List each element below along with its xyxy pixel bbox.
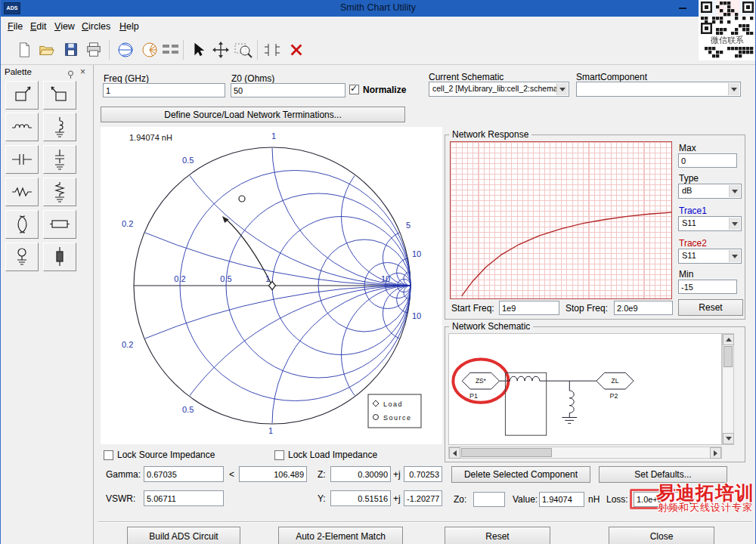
palette-item-series-capacitor[interactable] <box>5 145 39 174</box>
menu-help[interactable]: Help <box>116 20 142 33</box>
chevron-down-icon[interactable] <box>728 83 739 95</box>
pan-move-button[interactable] <box>210 39 231 60</box>
delete-selected-component-button[interactable]: Delete Selected Component <box>451 466 590 483</box>
menu-file[interactable]: File <box>5 20 26 33</box>
source-marker[interactable] <box>239 196 245 202</box>
chevron-down-icon[interactable] <box>729 218 740 230</box>
vswr-label: VSWR: <box>106 493 135 504</box>
series-resistor-icon <box>10 181 34 203</box>
smith-chart-canvas[interactable]: 1.94074 nH 1 0.5 0.2 5 10 10 0.2 0.5 1 0… <box>101 127 442 444</box>
scroll-down-button[interactable] <box>723 433 734 444</box>
via-short-icon <box>48 246 72 268</box>
series-inductor-symbol[interactable] <box>510 376 539 381</box>
z-imag-field[interactable] <box>404 466 442 482</box>
y-real-field[interactable] <box>330 490 391 506</box>
schematic-canvas[interactable]: ZS* P1 ZL P2 <box>448 333 722 445</box>
minimize-button[interactable] <box>671 0 694 16</box>
response-reset-button[interactable]: Reset <box>678 299 743 316</box>
delete-x-icon <box>288 42 305 58</box>
palette-item-coupled-line[interactable] <box>5 210 39 239</box>
scroll-up-button[interactable] <box>723 334 734 345</box>
zo-input[interactable] <box>473 492 505 507</box>
load-port-ref: P2 <box>610 392 618 400</box>
type-select[interactable]: dB <box>678 184 742 199</box>
palette-item-series-resistor[interactable] <box>5 178 39 206</box>
palette-item-network-output[interactable] <box>43 81 76 110</box>
chevron-down-icon[interactable] <box>556 83 568 95</box>
type-label: Type <box>679 173 699 184</box>
response-plot <box>450 141 672 299</box>
palette-item-series-inductor[interactable] <box>5 113 39 141</box>
smith-label: 0.2 <box>122 340 133 349</box>
save-button[interactable] <box>60 39 82 60</box>
palette-item-shunt-inductor[interactable] <box>43 113 76 141</box>
z0-input[interactable] <box>231 83 345 97</box>
gamma-mag-field[interactable] <box>144 466 224 482</box>
vswr-field[interactable] <box>144 490 224 506</box>
smith-label: 1 <box>265 274 270 283</box>
value-input[interactable] <box>539 492 584 507</box>
stop-freq-input[interactable] <box>614 301 673 315</box>
shunt-resistor-icon <box>48 181 72 203</box>
zoom-area-button[interactable] <box>233 39 254 60</box>
menu-edit[interactable]: Edit <box>27 20 50 33</box>
build-ads-circuit-button[interactable]: Build ADS Circuit <box>127 527 240 544</box>
window-title: Smith Chart Utility <box>0 2 756 13</box>
open-folder-button[interactable] <box>36 39 57 60</box>
palette-item-shunt-resistor[interactable] <box>43 178 76 206</box>
footer-reset-button[interactable]: Reset <box>445 527 550 544</box>
auto-match-button[interactable]: Auto 2-Element Match <box>278 527 403 544</box>
max-input[interactable] <box>678 153 737 168</box>
smith-chart-svg: 1.94074 nH 1 0.5 0.2 5 10 10 0.2 0.5 1 0… <box>101 127 442 444</box>
new-document-button[interactable] <box>14 39 35 60</box>
chevron-down-icon[interactable] <box>729 250 740 262</box>
trace2-select[interactable]: S11 <box>678 249 742 264</box>
delete-button-toolbar[interactable] <box>286 39 307 60</box>
schematic-vscrollbar[interactable] <box>722 333 734 445</box>
scroll-right-button[interactable] <box>710 447 721 459</box>
y-imag-field[interactable] <box>404 490 442 506</box>
normalize-checkbox[interactable] <box>349 85 359 94</box>
smith-chart-button[interactable] <box>115 39 136 60</box>
print-button[interactable] <box>83 39 104 60</box>
gamma-angle-field[interactable] <box>239 466 307 482</box>
lock-load-checkbox[interactable] <box>274 450 284 460</box>
chevron-down-icon[interactable] <box>729 185 740 197</box>
palette-title: Palette <box>5 67 32 76</box>
smith-label: 10 <box>412 249 421 258</box>
start-freq-input[interactable] <box>499 301 559 315</box>
gain-circles-icon <box>141 41 159 59</box>
scroll-left-button[interactable] <box>449 447 460 459</box>
series-inductor-icon <box>10 116 34 138</box>
smart-component-select[interactable] <box>576 82 741 97</box>
freq-input[interactable] <box>103 83 225 97</box>
palette-item-shunt-capacitor[interactable] <box>43 145 76 174</box>
trace1-select[interactable]: S11 <box>678 216 742 231</box>
two-port-button[interactable] <box>262 39 283 60</box>
circle-labels-button[interactable] <box>160 39 181 60</box>
shunt-inductor-symbol[interactable] <box>569 391 574 418</box>
z-real-field[interactable] <box>330 466 391 482</box>
footer-separator-highlight <box>98 522 752 523</box>
menu-circles[interactable]: Circles <box>79 20 113 33</box>
current-schematic-select[interactable]: cell_2 [MyLibrary_lib:cell_2:schematic]: <box>429 82 569 97</box>
ground-symbol <box>562 417 577 423</box>
pin-icon[interactable] <box>67 68 75 82</box>
palette-close-icon[interactable]: × <box>80 66 85 77</box>
footer-close-button[interactable]: Close <box>609 527 714 544</box>
lock-source-checkbox[interactable] <box>104 450 113 460</box>
palette-item-transmission-line[interactable] <box>43 210 76 239</box>
palette-item-network-input[interactable] <box>5 81 39 110</box>
menu-view[interactable]: View <box>51 20 78 33</box>
define-terminations-button[interactable]: Define Source/Load Network Terminations.… <box>101 107 405 122</box>
min-input[interactable] <box>678 280 737 294</box>
select-button[interactable] <box>187 39 209 60</box>
hscroll-thumb[interactable] <box>461 448 552 457</box>
menu-bar: File Edit View Circles Help <box>0 17 756 36</box>
schematic-hscrollbar[interactable] <box>448 447 722 459</box>
smith-label: 0.5 <box>182 156 194 165</box>
gain-circles-button[interactable] <box>139 39 160 60</box>
vscroll-thumb[interactable] <box>723 346 733 367</box>
palette-item-port-termination[interactable] <box>5 243 39 271</box>
palette-item-via-short[interactable] <box>43 243 76 271</box>
